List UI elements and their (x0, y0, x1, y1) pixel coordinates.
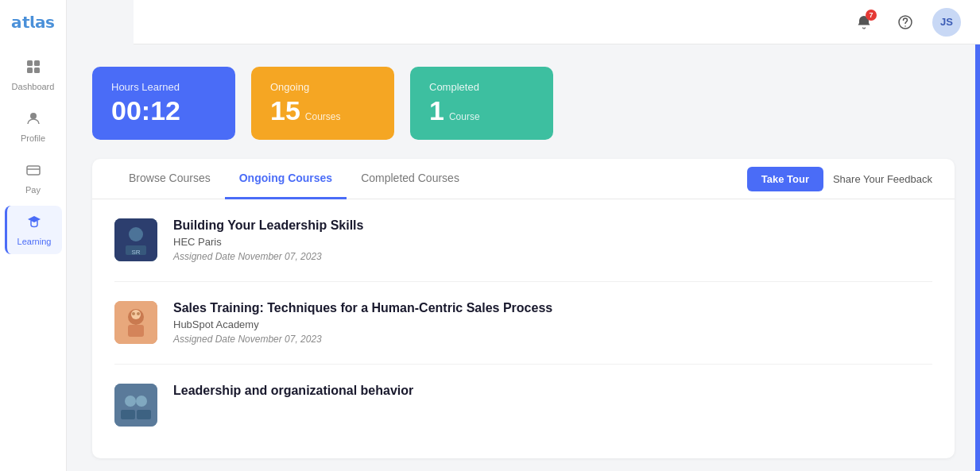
list-item[interactable]: Sales Training: Techniques for a Human-C… (114, 282, 932, 365)
course-thumbnail: SR (114, 218, 157, 261)
tab-completed[interactable]: Completed Courses (347, 159, 474, 199)
course-list: SR Building Your Leadership Skills HEC P… (92, 199, 955, 446)
tab-ongoing[interactable]: Ongoing Courses (225, 159, 347, 199)
course-provider: HubSpot Academy (173, 319, 932, 330)
ongoing-sub: Courses (305, 111, 341, 122)
tabs-actions: Take Tour Share Your Feedback (747, 167, 932, 191)
user-avatar[interactable]: JS (932, 8, 961, 37)
tabs-list: Browse Courses Ongoing Courses Completed… (114, 159, 474, 199)
course-title: Leadership and organizational behavior (173, 384, 932, 398)
stat-card-ongoing: Ongoing 15 Courses (251, 67, 394, 140)
course-title: Sales Training: Techniques for a Human-C… (173, 301, 932, 315)
hours-value: 00:12 (111, 96, 216, 125)
avatar-initials: JS (940, 16, 953, 28)
learning-icon (26, 214, 42, 234)
svg-rect-0 (27, 60, 33, 66)
tabs-bar: Browse Courses Ongoing Courses Completed… (92, 159, 955, 199)
svg-rect-3 (34, 68, 40, 73)
ongoing-label: Ongoing (270, 81, 375, 93)
svg-point-18 (137, 312, 140, 315)
course-date: Assigned Date November 07, 2023 (173, 334, 932, 345)
svg-point-21 (136, 396, 147, 407)
svg-point-10 (129, 227, 143, 241)
course-date: Assigned Date November 07, 2023 (173, 251, 932, 262)
svg-rect-19 (114, 384, 157, 427)
svg-rect-1 (34, 60, 40, 66)
app-logo: 𝗮𝘁𝗹𝗮𝘀 (11, 13, 55, 32)
pay-label: Pay (25, 185, 41, 195)
sidebar-item-pay[interactable]: Pay (5, 154, 62, 203)
dashboard-icon (25, 59, 41, 79)
sidebar: 𝗮𝘁𝗹𝗮𝘀 Dashboard Profile (0, 0, 67, 471)
svg-point-8 (904, 25, 906, 27)
completed-label: Completed (429, 81, 534, 93)
hours-label: Hours Learned (111, 81, 216, 93)
tab-browse[interactable]: Browse Courses (114, 159, 225, 199)
dashboard-label: Dashboard (12, 82, 55, 91)
learning-label: Learning (17, 237, 52, 246)
share-feedback-button[interactable]: Share Your Feedback (833, 173, 932, 185)
svg-rect-2 (27, 68, 33, 73)
completed-sub: Course (449, 111, 480, 122)
notification-badge: 7 (866, 10, 877, 21)
sidebar-item-profile[interactable]: Profile (5, 102, 62, 151)
stat-card-hours: Hours Learned 00:12 (92, 67, 235, 140)
take-tour-button[interactable]: Take Tour (747, 167, 823, 191)
sidebar-nav: Dashboard Profile Pay (0, 51, 66, 254)
svg-point-17 (132, 312, 135, 315)
course-panel: Browse Courses Ongoing Courses Completed… (92, 159, 955, 458)
accent-bar (975, 0, 980, 471)
course-thumbnail (114, 301, 157, 344)
pay-icon (25, 162, 41, 182)
list-item[interactable]: SR Building Your Leadership Skills HEC P… (114, 199, 932, 282)
svg-rect-5 (27, 166, 40, 175)
course-info: Building Your Leadership Skills HEC Pari… (173, 218, 932, 262)
course-provider: HEC Paris (173, 236, 932, 248)
completed-value: 1 (429, 96, 444, 125)
stat-card-completed: Completed 1 Course (410, 67, 553, 140)
main-content: Hours Learned 00:12 Ongoing 15 Courses C… (67, 44, 980, 471)
sidebar-item-dashboard[interactable]: Dashboard (5, 51, 62, 99)
course-info: Leadership and organizational behavior (173, 384, 932, 401)
notification-button[interactable]: 7 (850, 8, 878, 37)
sidebar-item-learning[interactable]: Learning (5, 206, 62, 254)
topbar: 7 JS (134, 0, 980, 44)
help-button[interactable] (891, 8, 920, 37)
profile-label: Profile (21, 133, 45, 143)
logo-text: 𝗮𝘁𝗹𝗮𝘀 (11, 14, 55, 31)
course-info: Sales Training: Techniques for a Human-C… (173, 301, 932, 345)
list-item[interactable]: Leadership and organizational behavior (114, 365, 932, 446)
svg-text:SR: SR (131, 249, 140, 256)
stat-cards-row: Hours Learned 00:12 Ongoing 15 Courses C… (92, 67, 955, 140)
svg-rect-16 (128, 325, 144, 337)
course-thumbnail (114, 384, 157, 427)
svg-rect-22 (121, 410, 135, 419)
course-title: Building Your Leadership Skills (173, 218, 932, 233)
svg-point-20 (125, 396, 136, 407)
ongoing-value: 15 (270, 96, 300, 125)
svg-point-4 (30, 113, 37, 119)
profile-icon (25, 110, 41, 130)
svg-rect-23 (137, 410, 151, 419)
